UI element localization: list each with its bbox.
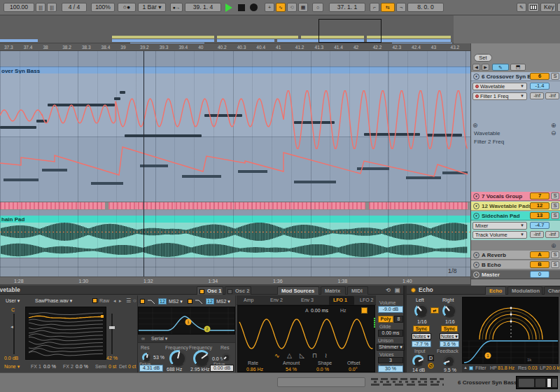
subtab-amp[interactable]: Amp: [244, 298, 253, 302]
osc1-toggle[interactable]: [200, 289, 204, 294]
arrangement-position-field[interactable]: 39. 1. 4: [185, 3, 221, 12]
fx1-value[interactable]: 0.0 %: [43, 364, 56, 369]
automation-arm-button[interactable]: ∿: [276, 3, 286, 12]
device-chain-minimap[interactable]: [516, 376, 558, 389]
key-map-button[interactable]: Key: [540, 3, 556, 12]
time-ruler[interactable]: 1:281:301:321:341:361:381:40: [0, 276, 470, 284]
unfold-track-icon[interactable]: ▼: [473, 74, 479, 80]
punch-in-button[interactable]: ⌐: [370, 3, 379, 12]
groove-amount-field[interactable]: 100%: [91, 3, 115, 12]
knob[interactable]: [442, 304, 456, 318]
automation-max-value[interactable]: -inf: [545, 92, 559, 99]
filter-routing-chooser[interactable]: Serial ▾: [151, 336, 167, 342]
automation-device-chooser[interactable]: Mixer▼: [472, 222, 527, 230]
tab-midi[interactable]: MIDI: [347, 286, 368, 295]
solo-button[interactable]: S: [551, 251, 559, 258]
feedback-value[interactable]: 9.5 %: [444, 368, 456, 372]
track-number-badge[interactable]: 13: [530, 212, 550, 219]
fx2-value[interactable]: 0.0 %: [76, 364, 88, 369]
amount-value[interactable]: 54 %: [286, 367, 297, 372]
expand-filter-icon[interactable]: ▲: [463, 365, 468, 370]
unfold-track-icon[interactable]: ▼: [473, 213, 479, 219]
solo-button[interactable]: S: [551, 212, 559, 219]
wavetable-chooser[interactable]: SawPhase.wav ▾: [35, 298, 72, 304]
unfold-track-icon[interactable]: ▼: [473, 203, 479, 209]
playhead[interactable]: [144, 51, 144, 276]
automation-lane-label[interactable]: Filter 2 Freq: [474, 139, 504, 145]
add-lane-button[interactable]: ⊕: [551, 242, 556, 249]
lfo-shape-random-icon[interactable]: ≀: [325, 352, 327, 359]
arrangement-overview[interactable]: [0, 15, 560, 43]
wavetable-title-bar[interactable]: Wavetable Osc 1 Osc 2 Mod Sources Matrix…: [0, 286, 403, 295]
left-division[interactable]: 1/16: [417, 319, 427, 324]
wavetable-display[interactable]: [25, 307, 106, 360]
hot-swap-icon[interactable]: ⟲: [386, 287, 391, 293]
loop-oval-button[interactable]: ○: [312, 3, 323, 12]
lowpass-icon[interactable]: [195, 299, 204, 304]
unfold-track-icon[interactable]: ▼: [473, 272, 479, 278]
poly-voices-chooser[interactable]: 8: [394, 316, 403, 323]
next-wavetable-button[interactable]: ▸: [119, 298, 122, 304]
add-lane-button[interactable]: ⊕: [551, 122, 556, 129]
lfo-shape-triangle-icon[interactable]: △: [287, 352, 292, 359]
reenable-automation-button[interactable]: ⟲: [287, 3, 297, 12]
subtab-lfo1[interactable]: LFO 1: [333, 298, 347, 302]
solo-button[interactable]: S: [551, 192, 559, 200]
punch-out-button[interactable]: ¬: [396, 3, 406, 12]
rate-unit-toggle[interactable]: Hz: [340, 308, 346, 313]
dry-wet-mode-button[interactable]: D: [428, 355, 434, 361]
clip-gain-line[interactable]: [0, 232, 470, 232]
automation-min-value[interactable]: -inf: [530, 92, 544, 99]
automation-control-chooser[interactable]: Filter 1 Freq▼: [472, 92, 527, 100]
tab-osc1[interactable]: Osc 1: [197, 286, 223, 295]
res1-value[interactable]: 53 %: [153, 355, 164, 360]
voices-value[interactable]: 3: [378, 357, 403, 363]
tab-character[interactable]: Character: [544, 286, 560, 295]
loop-length-field[interactable]: 8. 0. 0: [407, 3, 444, 12]
position-slider[interactable]: [111, 314, 113, 354]
set-marker-button[interactable]: Set: [474, 54, 492, 62]
automation-lane-label[interactable]: Wavetable: [474, 130, 500, 136]
wavetable-bank-chooser[interactable]: User ▾: [6, 298, 20, 304]
poly-mode-button[interactable]: Poly: [378, 316, 393, 323]
track-number-badge[interactable]: 7: [530, 192, 550, 200]
slider-handle-icon[interactable]: ◄: [10, 325, 14, 329]
return-badge[interactable]: A: [530, 251, 550, 258]
save-preset-icon[interactable]: ▣: [395, 287, 400, 293]
raw-toggle[interactable]: [92, 298, 97, 303]
semi-value[interactable]: 0 st: [108, 364, 116, 369]
filter-on-toggle[interactable]: [469, 366, 473, 370]
gain-slider[interactable]: [13, 314, 15, 354]
freq2-value[interactable]: 2.95 kHz: [190, 367, 210, 372]
knob[interactable]: [142, 353, 151, 362]
return-badge[interactable]: B: [530, 261, 550, 268]
retrigger-flag[interactable]: [361, 307, 368, 314]
filter1-model-chooser[interactable]: MS2 ▾: [169, 299, 183, 304]
loop-start-field[interactable]: 37. 1. 1: [329, 3, 365, 12]
follow-button[interactable]: ●→: [170, 3, 183, 12]
unison-mode-chooser[interactable]: Shimmer ▾: [377, 344, 405, 351]
rate-value[interactable]: 0.86 Hz: [246, 367, 263, 372]
right-sync-mode-chooser[interactable]: Notes ▾: [440, 333, 459, 340]
lfo-shape-sine-icon[interactable]: ∿: [274, 352, 280, 359]
circle-view-icon[interactable]: ○: [133, 298, 136, 304]
device-echo[interactable]: Echo Echo Modulation Character Left Righ…: [407, 286, 560, 372]
tempo-field[interactable]: 100.00: [4, 3, 34, 12]
phase-invert-button[interactable]: Ø: [428, 363, 434, 369]
filter1-slope-badge[interactable]: 12: [158, 298, 167, 304]
input-value[interactable]: 14 dB: [412, 368, 425, 372]
device-on-toggle[interactable]: [411, 288, 416, 293]
automation-value[interactable]: -1.4: [530, 83, 550, 90]
list-view-icon[interactable]: ☰: [126, 298, 131, 304]
lfo-display[interactable]: A 0.00 ms Hz ∿ △ ◺ ⊓ ≀ Rate Amount Shape…: [237, 305, 375, 372]
arrangement-area[interactable]: over Syn Bass hain Pad 1/8: [0, 51, 470, 276]
right-division[interactable]: 1/16: [445, 319, 455, 324]
unison-amount-value[interactable]: 30 %: [378, 365, 403, 372]
lock-envelopes-button[interactable]: ⬒: [510, 64, 526, 71]
overdub-button[interactable]: +: [265, 3, 274, 12]
filter2-slope-badge[interactable]: 12: [206, 298, 214, 304]
drive1-value[interactable]: 4.31 dB: [139, 365, 163, 372]
volume-value[interactable]: -9.0 dB: [378, 306, 403, 313]
knob[interactable]: [169, 350, 186, 367]
filter-display[interactable]: 12: [138, 307, 235, 335]
